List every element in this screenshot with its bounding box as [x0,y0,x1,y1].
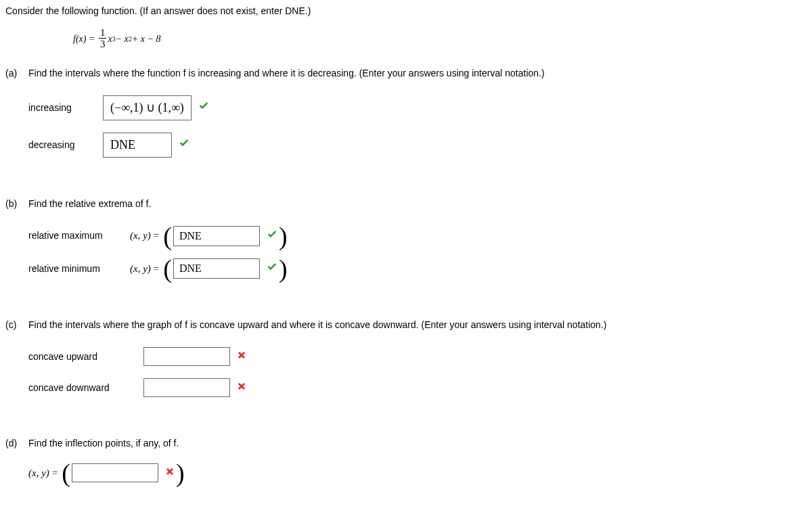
concave-up-input[interactable] [143,347,230,366]
left-paren: ( [162,226,173,246]
x-icon [237,350,246,364]
inflection-row: (x, y) = ( ) [28,463,807,483]
relative-min-row: relative minimum (x, y) = ( DNE ) [28,258,807,279]
x-icon [237,381,246,395]
part-d-text: Find the inflection points, if any, of f… [28,436,807,451]
x-icon [165,466,175,480]
relative-min-input[interactable]: DNE [173,258,260,279]
part-b-label: (b) [5,197,28,211]
check-icon [267,261,277,276]
relative-max-row: relative maximum (x, y) = ( DNE ) [28,226,807,246]
check-icon [198,100,209,115]
left-paren: ( [60,463,72,483]
inflection-input[interactable] [72,463,158,482]
decreasing-input[interactable]: DNE [103,133,172,158]
part-d: (d) Find the inflection points, if any, … [5,436,807,495]
left-paren: ( [162,258,173,279]
concave-down-row: concave downward [28,378,807,397]
relative-max-input[interactable]: DNE [173,226,260,246]
increasing-label: increasing [28,101,103,115]
right-paren: ) [277,258,289,279]
part-c-text: Find the intervals where the graph of f … [28,318,807,332]
relative-max-label: relative maximum [28,229,130,243]
decreasing-label: decreasing [28,138,103,152]
concave-up-label: concave upward [28,350,143,364]
part-c-label: (c) [5,318,28,332]
check-icon [179,137,189,152]
increasing-input[interactable]: (−∞,1) ∪ (1,∞) [103,95,191,120]
right-paren: ) [175,463,186,483]
right-paren: ) [277,226,289,246]
relative-min-label: relative minimum [28,262,130,276]
part-a: (a) Find the intervals where the functio… [5,66,807,170]
concave-down-label: concave downward [28,381,143,395]
concave-down-input[interactable] [143,378,230,397]
concave-up-row: concave upward [28,347,807,366]
part-b-text: Find the relative extrema of f. [28,197,807,211]
part-d-label: (d) [5,436,28,451]
function-equation: f(x) = 1 3 x3 − x2 + x − 8 [73,28,807,50]
part-c: (c) Find the intervals where the graph o… [5,318,807,409]
part-a-text: Find the intervals where the function f … [28,66,807,80]
check-icon [267,229,277,244]
problem-prompt: Consider the following function. (If an … [5,4,807,18]
fraction: 1 3 [99,28,107,50]
part-a-label: (a) [5,66,28,80]
decreasing-row: decreasing DNE [28,133,807,158]
part-b: (b) Find the relative extrema of f. rela… [5,197,807,292]
increasing-row: increasing (−∞,1) ∪ (1,∞) [28,95,807,120]
